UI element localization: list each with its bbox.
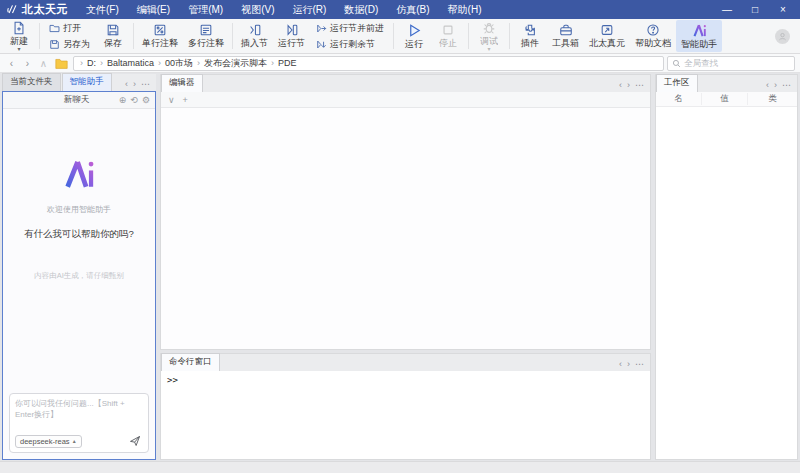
command-input-area[interactable]: >> [161, 371, 650, 459]
toolbox-button[interactable]: 工具箱 [547, 20, 584, 52]
tab-editor[interactable]: 编辑器 [161, 74, 203, 92]
more-options-icon[interactable]: ⋯ [141, 79, 150, 89]
crumb-separator: › [156, 58, 163, 68]
tab-scroll-right-icon[interactable]: › [627, 80, 630, 90]
save-button[interactable]: 保存 [96, 20, 130, 52]
tab-workspace[interactable]: 工作区 [656, 74, 698, 92]
run-section-button[interactable]: 运行节 [273, 20, 310, 52]
sidebar-tabstrip: 当前文件夹 智能助手 ‹ › ⋯ [2, 74, 156, 91]
tab-scroll-left-icon[interactable]: ‹ [125, 79, 128, 89]
ai-disclaimer: 内容由AI生成，请仔细甄别 [34, 271, 124, 281]
multi-comment-button[interactable]: 多行注释 [183, 20, 229, 52]
run-section-extra-group: 运行节并前进 运行剩余节 [310, 20, 390, 52]
open-button[interactable]: 打开 [46, 21, 93, 36]
tab-scroll-left-icon[interactable]: ‹ [619, 359, 622, 369]
save-as-icon [49, 39, 60, 50]
run-section-advance-button[interactable]: 运行节并前进 [313, 21, 387, 36]
breadcrumb-folder[interactable]: Baltamatica [107, 58, 154, 68]
editor-canvas[interactable] [161, 108, 650, 349]
crumb-separator: › [195, 58, 202, 68]
new-tab-icon[interactable]: + [183, 95, 188, 105]
tab-command-window[interactable]: 命令行窗口 [161, 353, 220, 371]
browse-folder-icon[interactable] [53, 58, 70, 69]
chat-header: 新聊天 ⊕ ⟲ ⚙ [3, 92, 155, 109]
welcome-title: 有什么我可以帮助你的吗? [24, 228, 134, 241]
menu-view[interactable]: 视图(V) [233, 1, 282, 19]
address-breadcrumb[interactable]: › D: › Baltamatica › 00市场 › 发布会演示脚本 › PD… [73, 56, 664, 71]
breadcrumb-folder[interactable]: 发布会演示脚本 [204, 57, 267, 70]
menu-data[interactable]: 数据(D) [336, 1, 386, 19]
toolbar-separator [39, 23, 40, 49]
menu-run[interactable]: 运行(R) [284, 1, 334, 19]
breadcrumb-folder[interactable]: PDE [278, 58, 297, 68]
new-chat-icon[interactable]: ⊕ [119, 95, 127, 105]
single-comment-icon [153, 23, 167, 37]
column-header-class[interactable]: 类 [748, 93, 797, 105]
workspace-variable-list[interactable] [656, 107, 797, 459]
open-folder-icon [49, 23, 60, 34]
close-icon[interactable]: × [770, 1, 796, 19]
run-section-icon [285, 23, 299, 37]
tab-scroll-left-icon[interactable]: ‹ [766, 80, 769, 90]
tab-scroll-left-icon[interactable]: ‹ [619, 80, 622, 90]
column-header-name[interactable]: 名 [656, 93, 702, 105]
menu-simulation[interactable]: 仿真(B) [388, 1, 437, 19]
plugins-button[interactable]: 插件 [513, 20, 547, 52]
stop-icon [441, 23, 455, 37]
send-message-icon[interactable] [127, 434, 143, 448]
maximize-icon[interactable]: □ [742, 1, 768, 19]
collapse-chevron-icon[interactable]: ∨ [168, 95, 175, 105]
debug-caret-icon: ▾ [487, 47, 490, 51]
minimize-icon[interactable]: — [714, 1, 740, 19]
history-icon[interactable]: ⟲ [130, 95, 138, 105]
tab-ai-assistant[interactable]: 智能助手 [62, 73, 112, 91]
tab-current-folder[interactable]: 当前文件夹 [2, 73, 61, 91]
more-options-icon[interactable]: ⋯ [635, 80, 644, 90]
stop-button: 停止 [431, 20, 465, 52]
save-as-button[interactable]: 另存为 [46, 37, 93, 52]
breadcrumb-drive[interactable]: D: [87, 58, 96, 68]
global-search[interactable] [667, 56, 795, 71]
insert-section-button[interactable]: 插入节 [236, 20, 273, 52]
command-prompt: >> [167, 375, 178, 385]
tab-scroll-right-icon[interactable]: › [133, 79, 136, 89]
path-bar: ‹ › ∧ › D: › Baltamatica › 00市场 › 发布会演示脚… [0, 54, 800, 73]
workspace-tab-controls: ‹ › ⋯ [760, 80, 797, 92]
tab-scroll-right-icon[interactable]: › [774, 80, 777, 90]
menu-help[interactable]: 帮助(H) [440, 1, 490, 19]
workspace-column-headers: 名 值 类 [656, 92, 797, 107]
menu-edit[interactable]: 编辑(E) [129, 1, 178, 19]
center-column: 编辑器 ‹ › ⋯ ∨ + 命令行窗口 [160, 74, 651, 460]
app-title: 北太天元 [22, 2, 68, 17]
titlebar: 北太天元 文件(F) 编辑(E) 管理(M) 视图(V) 运行(R) 数据(D)… [0, 0, 800, 19]
back-icon[interactable]: ‹ [5, 56, 18, 71]
user-avatar-icon[interactable] [775, 29, 790, 44]
baltam-zhenyuan-button[interactable]: 北太真元 [584, 20, 630, 52]
breadcrumb-folder[interactable]: 00市场 [165, 57, 193, 70]
tab-scroll-right-icon[interactable]: › [627, 359, 630, 369]
column-header-value[interactable]: 值 [702, 93, 748, 105]
forward-icon[interactable]: › [21, 56, 34, 71]
menu-file[interactable]: 文件(F) [78, 1, 127, 19]
run-remaining-button[interactable]: 运行剩余节 [313, 37, 387, 52]
search-icon [672, 59, 681, 68]
more-options-icon[interactable]: ⋯ [635, 359, 644, 369]
chat-input-card: 你可以问我任何问题...【Shift + Enter换行】 deepseek-r… [9, 393, 149, 453]
single-comment-button[interactable]: 单行注释 [137, 20, 183, 52]
sidebar-tab-controls: ‹ › ⋯ [119, 79, 156, 91]
chat-input[interactable]: 你可以问我任何问题...【Shift + Enter换行】 [15, 398, 143, 434]
baltam-zhenyuan-icon [600, 23, 614, 37]
toolbar-separator [232, 23, 233, 49]
command-window-panel: 命令行窗口 ‹ › ⋯ >> [160, 353, 651, 460]
settings-gear-icon[interactable]: ⚙ [142, 95, 150, 105]
global-search-input[interactable] [684, 58, 790, 68]
ai-assistant-button[interactable]: 智能助手 [676, 20, 722, 52]
help-docs-button[interactable]: 帮助文档 [630, 20, 676, 52]
run-button[interactable]: 运行 [397, 20, 431, 52]
more-options-icon[interactable]: ⋯ [782, 80, 791, 90]
menu-manage[interactable]: 管理(M) [180, 1, 231, 19]
up-folder-icon[interactable]: ∧ [37, 56, 50, 71]
model-selector[interactable]: deepseek-reas ▲ [15, 435, 82, 448]
new-button[interactable]: 新建 ▾ [2, 20, 36, 52]
workspace-panel: 工作区 ‹ › ⋯ 名 值 类 [655, 74, 798, 460]
